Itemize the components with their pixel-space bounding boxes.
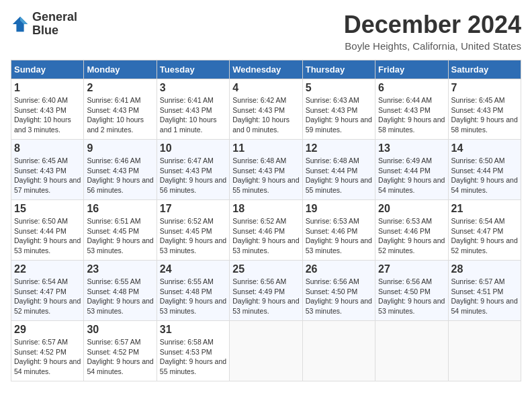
day-number: 10 <box>160 142 226 154</box>
day-number: 19 <box>306 203 372 215</box>
calendar-cell <box>375 321 448 381</box>
header: General Blue December 2024 Boyle Heights… <box>11 11 521 52</box>
calendar-cell: 26 Sunrise: 6:56 AMSunset: 4:50 PMDaylig… <box>302 261 375 321</box>
day-number: 15 <box>14 203 81 215</box>
month-title: December 2024 <box>344 11 521 39</box>
day-info: Sunrise: 6:50 AMSunset: 4:44 PMDaylight:… <box>14 217 81 255</box>
calendar-week-2: 8 Sunrise: 6:45 AMSunset: 4:43 PMDayligh… <box>11 140 521 200</box>
day-number: 28 <box>451 263 518 275</box>
day-info: Sunrise: 6:49 AMSunset: 4:44 PMDaylight:… <box>378 156 445 194</box>
day-info: Sunrise: 6:48 AMSunset: 4:44 PMDaylight:… <box>306 156 372 194</box>
day-info: Sunrise: 6:43 AMSunset: 4:43 PMDaylight:… <box>306 96 372 134</box>
calendar-cell: 20 Sunrise: 6:53 AMSunset: 4:46 PMDaylig… <box>375 200 448 261</box>
day-info: Sunrise: 6:56 AMSunset: 4:50 PMDaylight:… <box>378 277 445 315</box>
day-info: Sunrise: 6:52 AMSunset: 4:46 PMDaylight:… <box>232 217 299 255</box>
day-number: 27 <box>378 263 445 275</box>
calendar-table: SundayMondayTuesdayWednesdayThursdayFrid… <box>11 60 521 381</box>
day-info: Sunrise: 6:55 AMSunset: 4:48 PMDaylight:… <box>160 277 226 315</box>
calendar-week-3: 15 Sunrise: 6:50 AMSunset: 4:44 PMDaylig… <box>11 200 521 261</box>
day-info: Sunrise: 6:44 AMSunset: 4:43 PMDaylight:… <box>378 96 445 134</box>
day-number: 6 <box>378 82 445 94</box>
day-number: 8 <box>14 142 81 154</box>
calendar-week-5: 29 Sunrise: 6:57 AMSunset: 4:52 PMDaylig… <box>11 321 521 381</box>
calendar-cell: 25 Sunrise: 6:56 AMSunset: 4:49 PMDaylig… <box>230 261 302 321</box>
day-info: Sunrise: 6:53 AMSunset: 4:46 PMDaylight:… <box>378 217 445 255</box>
calendar-cell: 24 Sunrise: 6:55 AMSunset: 4:48 PMDaylig… <box>157 261 229 321</box>
calendar-cell: 31 Sunrise: 6:58 AMSunset: 4:53 PMDaylig… <box>157 321 229 381</box>
calendar-cell: 1 Sunrise: 6:40 AMSunset: 4:43 PMDayligh… <box>11 79 84 140</box>
day-number: 22 <box>14 263 81 275</box>
day-number: 9 <box>87 142 153 154</box>
calendar-cell: 10 Sunrise: 6:47 AMSunset: 4:43 PMDaylig… <box>157 140 229 200</box>
logo-icon <box>11 15 30 34</box>
calendar-cell: 23 Sunrise: 6:55 AMSunset: 4:48 PMDaylig… <box>84 261 157 321</box>
calendar-cell: 8 Sunrise: 6:45 AMSunset: 4:43 PMDayligh… <box>11 140 84 200</box>
calendar-cell: 30 Sunrise: 6:57 AMSunset: 4:52 PMDaylig… <box>84 321 157 381</box>
day-info: Sunrise: 6:41 AMSunset: 4:43 PMDaylight:… <box>160 96 217 134</box>
header-wednesday: Wednesday <box>230 60 302 79</box>
day-number: 26 <box>306 263 372 275</box>
calendar-cell <box>448 321 521 381</box>
day-info: Sunrise: 6:46 AMSunset: 4:43 PMDaylight:… <box>87 156 153 194</box>
header-tuesday: Tuesday <box>157 60 229 79</box>
day-number: 17 <box>160 203 226 215</box>
day-info: Sunrise: 6:51 AMSunset: 4:45 PMDaylight:… <box>87 217 153 255</box>
day-number: 21 <box>451 203 518 215</box>
calendar-cell: 7 Sunrise: 6:45 AMSunset: 4:43 PMDayligh… <box>448 79 521 140</box>
calendar-cell: 12 Sunrise: 6:48 AMSunset: 4:44 PMDaylig… <box>302 140 375 200</box>
calendar-cell: 15 Sunrise: 6:50 AMSunset: 4:44 PMDaylig… <box>11 200 84 261</box>
header-saturday: Saturday <box>448 60 521 79</box>
day-info: Sunrise: 6:47 AMSunset: 4:43 PMDaylight:… <box>160 156 226 194</box>
calendar-cell <box>230 321 302 381</box>
day-number: 13 <box>378 142 445 154</box>
calendar-cell: 4 Sunrise: 6:42 AMSunset: 4:43 PMDayligh… <box>230 79 302 140</box>
calendar-cell: 18 Sunrise: 6:52 AMSunset: 4:46 PMDaylig… <box>230 200 302 261</box>
calendar-cell: 6 Sunrise: 6:44 AMSunset: 4:43 PMDayligh… <box>375 79 448 140</box>
calendar-cell: 29 Sunrise: 6:57 AMSunset: 4:52 PMDaylig… <box>11 321 84 381</box>
calendar-cell: 3 Sunrise: 6:41 AMSunset: 4:43 PMDayligh… <box>157 79 229 140</box>
calendar-cell: 17 Sunrise: 6:52 AMSunset: 4:45 PMDaylig… <box>157 200 229 261</box>
calendar-cell: 13 Sunrise: 6:49 AMSunset: 4:44 PMDaylig… <box>375 140 448 200</box>
day-number: 4 <box>232 82 299 94</box>
day-info: Sunrise: 6:41 AMSunset: 4:43 PMDaylight:… <box>87 96 144 134</box>
header-friday: Friday <box>375 60 448 79</box>
day-number: 24 <box>160 263 226 275</box>
logo-text: General Blue <box>32 11 77 38</box>
day-number: 11 <box>232 142 299 154</box>
day-number: 18 <box>232 203 299 215</box>
day-number: 29 <box>14 324 81 336</box>
day-number: 7 <box>451 82 518 94</box>
calendar-cell: 9 Sunrise: 6:46 AMSunset: 4:43 PMDayligh… <box>84 140 157 200</box>
calendar-cell: 2 Sunrise: 6:41 AMSunset: 4:43 PMDayligh… <box>84 79 157 140</box>
day-info: Sunrise: 6:58 AMSunset: 4:53 PMDaylight:… <box>160 338 226 375</box>
day-info: Sunrise: 6:54 AMSunset: 4:47 PMDaylight:… <box>451 217 518 255</box>
calendar-cell: 27 Sunrise: 6:56 AMSunset: 4:50 PMDaylig… <box>375 261 448 321</box>
location-text: Boyle Heights, California, United States <box>344 40 521 52</box>
calendar-cell: 5 Sunrise: 6:43 AMSunset: 4:43 PMDayligh… <box>302 79 375 140</box>
day-number: 12 <box>306 142 372 154</box>
day-info: Sunrise: 6:57 AMSunset: 4:52 PMDaylight:… <box>14 338 81 375</box>
logo: General Blue <box>11 11 77 38</box>
header-sunday: Sunday <box>11 60 84 79</box>
day-info: Sunrise: 6:42 AMSunset: 4:43 PMDaylight:… <box>232 96 290 134</box>
calendar-cell: 14 Sunrise: 6:50 AMSunset: 4:44 PMDaylig… <box>448 140 521 200</box>
calendar-cell: 28 Sunrise: 6:57 AMSunset: 4:51 PMDaylig… <box>448 261 521 321</box>
calendar-cell: 16 Sunrise: 6:51 AMSunset: 4:45 PMDaylig… <box>84 200 157 261</box>
title-block: December 2024 Boyle Heights, California,… <box>344 11 521 52</box>
calendar-cell: 11 Sunrise: 6:48 AMSunset: 4:43 PMDaylig… <box>230 140 302 200</box>
day-number: 20 <box>378 203 445 215</box>
day-number: 5 <box>306 82 372 94</box>
day-info: Sunrise: 6:54 AMSunset: 4:47 PMDaylight:… <box>14 277 81 315</box>
day-number: 16 <box>87 203 153 215</box>
calendar-cell: 19 Sunrise: 6:53 AMSunset: 4:46 PMDaylig… <box>302 200 375 261</box>
day-info: Sunrise: 6:57 AMSunset: 4:51 PMDaylight:… <box>451 277 518 315</box>
calendar-cell: 22 Sunrise: 6:54 AMSunset: 4:47 PMDaylig… <box>11 261 84 321</box>
day-number: 14 <box>451 142 518 154</box>
day-number: 23 <box>87 263 153 275</box>
day-number: 31 <box>160 324 226 336</box>
day-info: Sunrise: 6:55 AMSunset: 4:48 PMDaylight:… <box>87 277 153 315</box>
day-number: 25 <box>232 263 299 275</box>
day-info: Sunrise: 6:50 AMSunset: 4:44 PMDaylight:… <box>451 156 518 194</box>
calendar-cell: 21 Sunrise: 6:54 AMSunset: 4:47 PMDaylig… <box>448 200 521 261</box>
day-info: Sunrise: 6:40 AMSunset: 4:43 PMDaylight:… <box>14 96 71 134</box>
